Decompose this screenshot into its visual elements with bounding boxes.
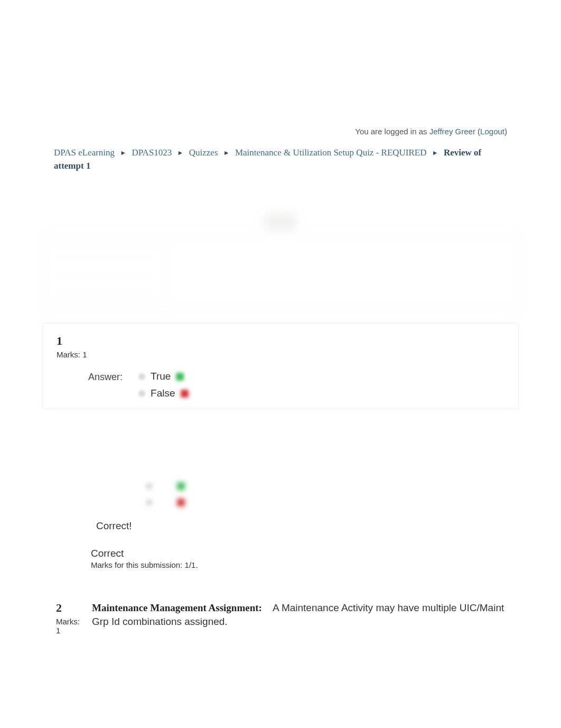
breadcrumb-link-3[interactable]: Maintenance & Utilization Setup Quiz - R… bbox=[235, 148, 427, 158]
feedback-card: Correct! Correct Marks for this submissi… bbox=[42, 473, 519, 579]
page-root: You are logged in as Jeffrey Greer (Logo… bbox=[0, 0, 561, 658]
radio-icon bbox=[146, 483, 153, 490]
continue-button-blurred bbox=[265, 215, 296, 229]
question-marks: Marks: 1 bbox=[57, 350, 504, 359]
question-marks: Marks: 1 bbox=[56, 617, 86, 635]
breadcrumb: DPAS eLearning ► DPAS1023 ► Quizzes ► Ma… bbox=[0, 136, 561, 172]
x-icon bbox=[181, 390, 189, 398]
answer-label: Answer: bbox=[88, 371, 123, 383]
feedback-submission-marks: Marks for this submission: 1/1. bbox=[91, 560, 505, 569]
chevron-right-icon: ► bbox=[177, 149, 184, 158]
feedback-choices-blurred bbox=[56, 482, 505, 506]
breadcrumb-link-2[interactable]: Quizzes bbox=[189, 148, 218, 158]
breadcrumb-link-0[interactable]: DPAS eLearning bbox=[54, 148, 115, 158]
choice-false[interactable]: False bbox=[138, 388, 188, 399]
radio-icon bbox=[138, 373, 145, 380]
check-icon bbox=[177, 482, 185, 490]
chevron-right-icon: ► bbox=[432, 149, 438, 158]
radio-icon bbox=[146, 499, 153, 506]
user-link[interactable]: Jeffrey Greer bbox=[429, 127, 475, 136]
answer-row: Answer: True False bbox=[57, 371, 504, 399]
feedback-text: Correct! bbox=[91, 517, 137, 535]
question-card-2: 2 Marks: 1 Maintenance Management Assign… bbox=[42, 594, 519, 637]
question-card-1: 1 Marks: 1 Answer: True False bbox=[42, 323, 519, 409]
feedback-status: Correct bbox=[91, 548, 505, 559]
chevron-right-icon: ► bbox=[120, 149, 126, 158]
logout-link[interactable]: Logout bbox=[480, 127, 504, 136]
choice-true[interactable]: True bbox=[138, 371, 188, 382]
choices-group: True False bbox=[138, 371, 188, 399]
login-status: You are logged in as Jeffrey Greer (Logo… bbox=[0, 0, 561, 136]
chevron-right-icon: ► bbox=[223, 149, 230, 158]
choice-label: True bbox=[151, 371, 171, 382]
choice-label: False bbox=[151, 388, 175, 399]
question-number: 1 bbox=[57, 334, 62, 347]
question-title: Maintenance Management Assignment: bbox=[92, 602, 262, 613]
x-icon bbox=[177, 499, 185, 506]
login-prefix: You are logged in as bbox=[355, 127, 429, 136]
check-icon bbox=[176, 373, 184, 381]
question-number: 2 bbox=[56, 601, 62, 614]
question-text: Maintenance Management Assignment: A Mai… bbox=[92, 601, 505, 628]
paren-close: ) bbox=[504, 127, 507, 136]
attempt-summary-blurred bbox=[42, 215, 519, 310]
radio-icon bbox=[138, 390, 145, 397]
breadcrumb-link-1[interactable]: DPAS1023 bbox=[132, 148, 172, 158]
